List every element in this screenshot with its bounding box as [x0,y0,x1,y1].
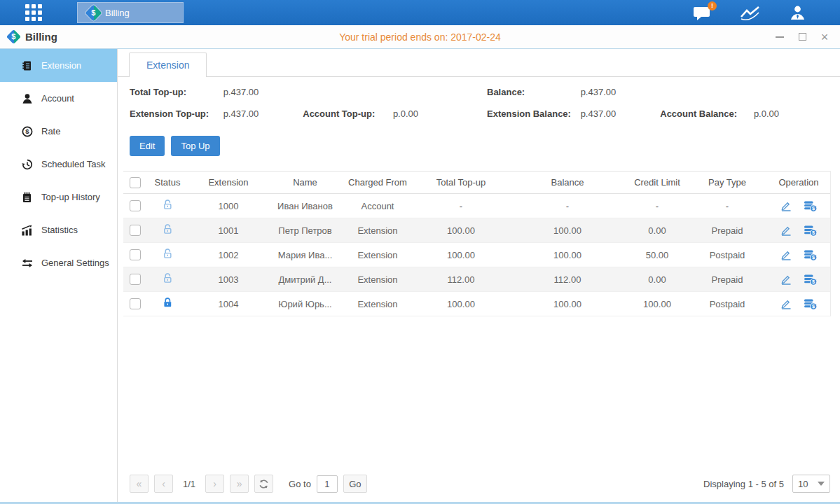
trial-period-message: Your trial period ends on: 2017-02-24 [0,31,840,43]
topup-row-icon[interactable]: $ [804,200,818,212]
table-row: 1003 Дмитрий Д... Extension 112.00 112.0… [123,267,830,292]
first-page-button[interactable]: « [130,475,149,493]
cell-total-topup: 100.00 [414,218,508,243]
balance-summary: Total Top-up: p.437.00 Extension Top-up:… [118,77,840,130]
topup-row-icon[interactable]: $ [804,249,818,261]
extension-topup-value: p.437.00 [223,108,301,119]
displaying-text: Displaying 1 - 5 of 5 [703,479,784,489]
account-icon [21,93,33,104]
taskbar-tab-billing[interactable]: $ Billing [77,2,184,23]
sidebar-item-label: Statistics [41,225,78,235]
status-unlocked-icon [162,276,174,286]
topup-row-icon[interactable]: $ [804,274,818,286]
maximize-button[interactable] [797,31,808,43]
cell-pay-type: Postpaid [687,243,767,267]
general-settings-icon [21,258,33,268]
top-up-button[interactable]: Top Up [171,136,219,156]
topup-row-icon[interactable]: $ [804,298,818,310]
cell-balance: 100.00 [508,218,627,243]
sidebar-item-scheduled-task[interactable]: Scheduled Task [0,148,117,181]
messages-icon[interactable]: ! [693,5,712,21]
cell-credit-limit: 100.00 [627,292,687,316]
table-row: 1001 Петр Петров Extension 100.00 100.00… [123,218,830,243]
select-all-checkbox[interactable] [130,177,141,188]
cell-balance: 100.00 [508,243,627,267]
account-topup-value: p.0.00 [393,108,470,119]
cell-pay-type: Postpaid [687,292,767,316]
col-pay-type: Pay Type [687,172,767,194]
row-checkbox[interactable] [130,274,141,285]
col-operation: Operation [767,172,830,194]
taskbar-tab-label: Billing [105,8,130,18]
prev-page-button[interactable]: ‹ [154,475,173,493]
edit-row-icon[interactable] [780,249,792,260]
notification-badge: ! [708,1,717,10]
status-unlocked-icon [162,202,174,213]
edit-row-icon[interactable] [780,298,792,309]
sidebar-item-label: Account [41,93,74,104]
row-checkbox[interactable] [130,249,141,260]
row-checkbox[interactable] [130,225,141,236]
sidebar-item-label: Scheduled Task [41,159,106,169]
cell-charged-from: Extension [341,218,414,243]
cell-total-topup: - [414,194,508,218]
pagination-bar: « ‹ 1/1 › » Go to Go Displaying 1 - 5 of… [118,471,840,502]
extension-balance-label: Extension Balance: [487,108,578,119]
sidebar-item-label: Top-up History [41,192,100,202]
goto-page-input[interactable] [317,475,338,493]
statistics-icon [21,225,33,236]
last-page-button[interactable]: » [230,475,249,493]
cell-balance: 100.00 [508,292,627,316]
monitor-chart-icon[interactable] [740,5,761,21]
col-total-topup: Total Top-up [414,172,508,194]
go-button[interactable]: Go [343,475,367,493]
row-checkbox[interactable] [130,298,141,309]
user-account-icon[interactable] [789,5,806,21]
col-credit-limit: Credit Limit [627,172,687,194]
cell-credit-limit: - [627,194,687,218]
cell-name: Мария Ива... [269,243,341,267]
edit-row-icon[interactable] [780,274,792,285]
edit-row-icon[interactable] [780,200,792,211]
cell-extension: 1004 [188,292,269,316]
page-size-value: 10 [798,479,808,489]
row-checkbox[interactable] [130,200,141,211]
edit-button[interactable]: Edit [130,136,165,156]
page-size-select[interactable]: 10 [792,475,830,493]
page-indicator: 1/1 [183,479,195,489]
cell-pay-type: - [687,194,767,218]
extensions-table: Status Extension Name Charged From Total… [123,171,831,316]
sidebar-item-account[interactable]: Account [0,82,117,115]
status-unlocked-icon [162,251,174,262]
app-launcher-icon[interactable] [25,4,46,21]
extension-topup-label: Extension Top-up: [130,108,221,119]
sidebar-item-topup-history[interactable]: Top-up History [0,181,117,214]
sidebar-item-extension[interactable]: Extension [0,49,117,82]
svg-text:$: $ [25,127,29,135]
edit-row-icon[interactable] [780,225,792,236]
table-header-row: Status Extension Name Charged From Total… [123,172,830,194]
table-row: 1000 Иван Иванов Account - - - - $ [123,194,830,218]
next-page-button[interactable]: › [205,475,224,493]
cell-total-topup: 112.00 [414,267,508,292]
extension-balance-value: p.437.00 [581,108,658,119]
sidebar-item-statistics[interactable]: Statistics [0,214,117,246]
minimize-button[interactable] [774,31,785,43]
topup-row-icon[interactable]: $ [804,225,818,237]
sidebar-item-label: General Settings [41,258,109,268]
cell-extension: 1002 [188,243,269,267]
cell-charged-from: Extension [341,243,414,267]
sidebar-item-label: Rate [41,126,60,136]
goto-label: Go to [289,479,311,489]
tab-bar: Extension [118,49,840,77]
tab-extension[interactable]: Extension [129,52,207,77]
cell-balance: 112.00 [508,267,627,292]
cell-extension: 1000 [188,194,269,218]
cell-name: Юрий Юрь... [269,292,341,316]
close-button[interactable]: × [819,31,830,43]
refresh-button[interactable] [254,475,273,493]
window-titlebar: $ Billing Your trial period ends on: 201… [0,25,840,49]
cell-total-topup: 100.00 [414,243,508,267]
sidebar-item-general-settings[interactable]: General Settings [0,246,117,279]
sidebar-item-rate[interactable]: $ Rate [0,115,117,148]
